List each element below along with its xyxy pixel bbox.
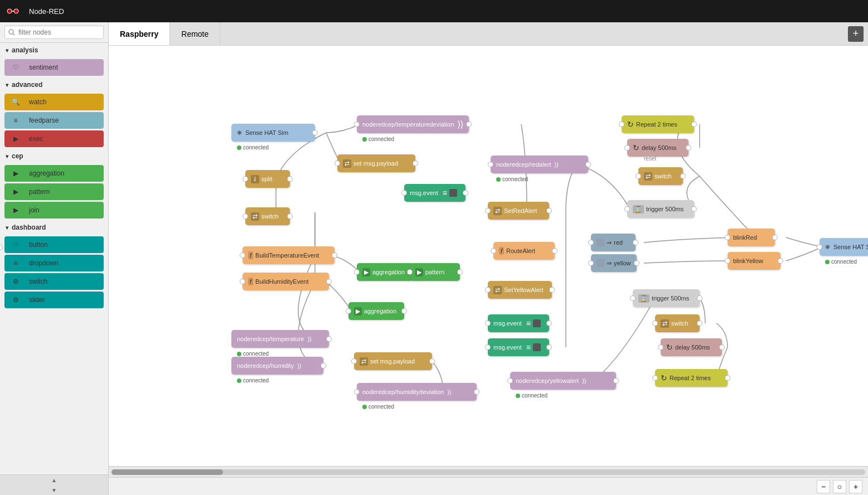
node-msg-event-2[interactable]: msg.event ≡ (488, 314, 549, 332)
port-right (549, 287, 555, 293)
node-aggregation-2[interactable]: ▶ aggregation (348, 302, 404, 320)
node-switch-1[interactable]: ⇄ switch (245, 207, 290, 225)
wave-icon-3: )) (297, 362, 301, 369)
connected-dot (237, 145, 241, 150)
node-delay-500ms-1[interactable]: ↻ delay 500ms (627, 139, 688, 157)
node-set-msg-payload-2[interactable]: ⇄ set msg.payload (354, 352, 432, 370)
node-watch[interactable]: 🔍 watch (4, 94, 104, 110)
port-right (326, 336, 332, 342)
node-yellow[interactable]: ⇒ yellow (591, 254, 637, 272)
list-icon: ≡ (443, 188, 447, 197)
node-switch[interactable]: ⚙ switch (4, 273, 104, 290)
port-left (588, 240, 594, 245)
node-dropdown[interactable]: ≡ dropdown (4, 255, 104, 271)
switch-icon: ⇄ (251, 212, 259, 221)
switch-icon-2: ⇄ (644, 172, 652, 181)
node-pattern[interactable]: ▶ pattern (4, 183, 104, 200)
sidebar-scroll-up[interactable]: ▲ (0, 475, 108, 485)
search-input[interactable] (4, 26, 104, 39)
zoom-in-button[interactable]: + (849, 480, 862, 493)
node-exec[interactable]: ▶ exec (4, 130, 104, 147)
connected-badge-humidity: connected (237, 377, 269, 384)
node-noderedcep-redalert[interactable]: noderedcep/redalert )) connected (491, 156, 588, 173)
join-icon: ▶ (10, 205, 21, 216)
section-header-dashboard[interactable]: dashboard (0, 220, 108, 235)
node-feedparse[interactable]: ≡ feedparse (4, 112, 104, 129)
node-repeat-2-times-1[interactable]: ↻ Repeat 2 times (622, 115, 694, 133)
sense-hat-icon-2: ❄ (825, 244, 830, 251)
node-sense-hat-sim-1[interactable]: ❄ Sense HAT Sim connected (231, 124, 315, 142)
node-noderedcep-humdev[interactable]: noderedcep/humiditydeviation )) connecte… (357, 383, 477, 401)
port-right (474, 389, 479, 395)
port-right (697, 295, 702, 301)
node-switch-3[interactable]: ⇄ switch (655, 314, 700, 332)
port-right (691, 206, 697, 212)
port-left (485, 287, 491, 293)
connected-badge-tempdev: connected (362, 136, 394, 142)
sidebar-scroll-buttons: ▲ ▼ (0, 474, 108, 495)
node-aggregation-1[interactable]: ▶ aggregation (357, 263, 413, 281)
node-noderedcep-tempdev[interactable]: noderedcep/temperaturedeviation )) conne… (357, 115, 469, 133)
bottom-scrollbar-thumb[interactable] (111, 469, 223, 475)
node-slider[interactable]: ⚙ slider (4, 292, 104, 308)
section-header-analysis[interactable]: analysis (0, 43, 108, 57)
feedparse-icon: ≡ (10, 115, 21, 126)
node-button[interactable]: ☞ button (4, 236, 104, 253)
node-noderedcep-humidity[interactable]: noderedcep/humidity )) connected (231, 357, 323, 375)
node-sentiment[interactable]: ♡ sentiment (4, 59, 104, 76)
node-route-alert[interactable]: f RouteAlert (493, 242, 555, 260)
port-left (491, 248, 496, 254)
tab-raspberry[interactable]: Raspberry (109, 22, 170, 45)
port-left (658, 344, 663, 350)
bottom-scrollbar[interactable] (111, 469, 865, 475)
flow-canvas[interactable]: ❄ Sense HAT Sim connected noderedcep/tem… (109, 46, 868, 466)
zoom-reset-button[interactable]: ○ (833, 480, 846, 493)
section-header-advanced[interactable]: advanced (0, 77, 108, 92)
node-set-yellow-alert[interactable]: ⇄ SetYellowAlert (488, 281, 552, 299)
section-header-cep[interactable]: cep (0, 149, 108, 163)
port-right (401, 308, 407, 314)
connected-badge-humdev: connected (362, 404, 394, 410)
node-set-red-alert[interactable]: ⇄ SetRedAlert (488, 202, 549, 220)
svg-point-1 (14, 9, 18, 13)
node-red[interactable]: ⇒ red (591, 234, 636, 251)
zoom-out-button[interactable]: − (817, 480, 830, 493)
node-blink-yellow[interactable]: blinkYellow (728, 252, 780, 270)
port-right (633, 240, 638, 245)
node-set-msg-payload-1[interactable]: ⇄ set msg.payload (337, 154, 415, 172)
node-blink-red[interactable]: blinkRed (728, 229, 775, 246)
port-left (725, 235, 730, 240)
node-noderedcep-temp[interactable]: noderedcep/temperature )) connected (231, 330, 329, 348)
port-left (488, 162, 493, 167)
node-aggregation[interactable]: ▶ aggregation (4, 165, 104, 182)
tab-remote[interactable]: Remote (170, 22, 220, 45)
node-sense-hat-sim-2[interactable]: ❄ Sense HAT Sim connected (819, 238, 868, 256)
node-trigger-500ms-1[interactable]: ⌛ trigger 500ms (627, 200, 694, 218)
node-switch-2[interactable]: ⇄ switch (638, 167, 683, 185)
port-right (287, 213, 293, 219)
node-delay-500ms-2[interactable]: ↻ delay 500ms (661, 338, 722, 356)
port-left (725, 258, 730, 264)
svg-point-0 (7, 9, 12, 13)
wave-icon: )) (458, 119, 464, 129)
node-build-temp-event[interactable]: f BuildTemperatureEvent (243, 246, 334, 264)
add-tab-button[interactable]: + (848, 26, 864, 42)
port-left (507, 378, 513, 384)
port-left (240, 279, 245, 284)
node-trigger-500ms-2[interactable]: ⌛ trigger 500ms (633, 289, 700, 307)
sidebar-scroll-down[interactable]: ▼ (0, 485, 108, 495)
node-msg-event-1[interactable]: msg.event ≡ (404, 184, 465, 202)
wave-icon-4: )) (447, 389, 451, 395)
node-build-humidity-event[interactable]: f BuildHumidityEvent (243, 273, 329, 290)
node-split[interactable]: ⇃ split (245, 170, 290, 188)
node-msg-event-3[interactable]: msg.event ≡ (488, 338, 549, 356)
port-right (463, 190, 468, 196)
connected-badge-temp: connected (237, 351, 269, 357)
node-join[interactable]: ▶ join (4, 202, 104, 219)
node-noderedcep-yellowalert[interactable]: noderedcep/yellowalert )) connected (510, 372, 616, 390)
node-repeat-2-times-2[interactable]: ↻ Repeat 2 times (655, 369, 728, 387)
square-icon (449, 189, 457, 197)
node-pattern[interactable]: ▶ pattern (410, 263, 460, 281)
port-right (613, 378, 619, 384)
list-icon-3: ≡ (526, 343, 531, 352)
